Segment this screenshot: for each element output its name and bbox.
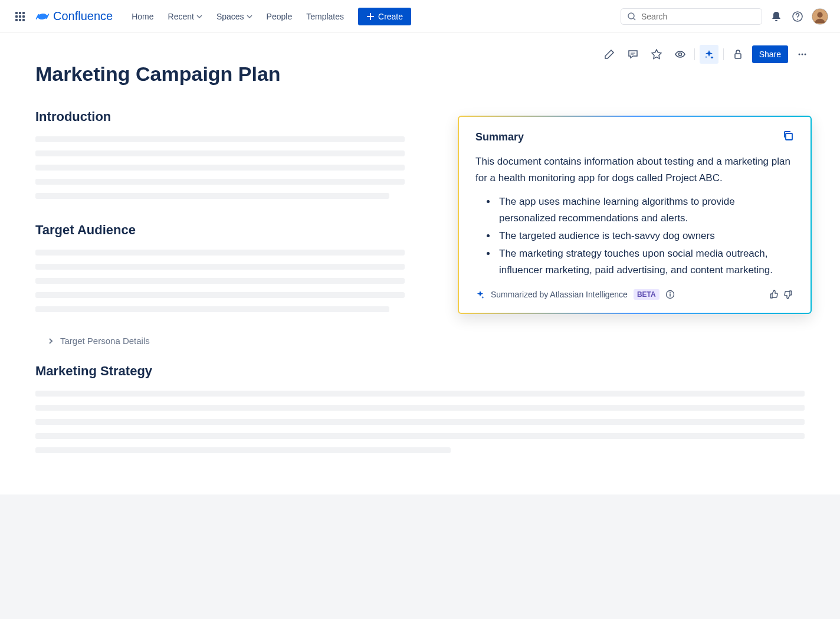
restrictions-icon[interactable] [729, 45, 747, 64]
search-box[interactable] [621, 8, 762, 25]
expand-target-persona[interactable]: Target Persona Details [35, 336, 805, 346]
comment-icon[interactable] [624, 45, 642, 64]
toolbar-divider [694, 48, 695, 60]
confluence-icon [35, 9, 50, 24]
search-icon [627, 12, 636, 21]
chevron-down-icon [196, 14, 202, 19]
star-icon[interactable] [647, 45, 666, 64]
strategy-content [35, 391, 805, 453]
edit-icon[interactable] [600, 45, 619, 64]
notifications-icon[interactable] [769, 9, 783, 24]
page-content: Share Marketing Campaign Plan Introducti… [0, 33, 840, 494]
brand-name: Confluence [53, 9, 113, 23]
summary-bullet: The marketing strategy touches upon soci… [497, 245, 794, 279]
chevron-right-icon [47, 338, 54, 345]
app-switcher-icon[interactable] [12, 8, 28, 25]
expand-label: Target Persona Details [60, 336, 150, 346]
summary-bullets: The app uses machine learning algorithms… [475, 194, 794, 279]
svg-rect-5 [735, 54, 741, 58]
svg-point-8 [805, 54, 806, 55]
summary-bullet: The app uses machine learning algorithms… [497, 194, 794, 227]
beta-badge: BETA [634, 289, 659, 300]
ai-icon[interactable] [700, 45, 718, 64]
search-input[interactable] [641, 12, 756, 21]
page-background [0, 494, 840, 619]
create-button[interactable]: Create [358, 8, 411, 25]
toolbar-divider [723, 48, 724, 60]
confluence-logo[interactable]: Confluence [35, 9, 113, 24]
ai-sparkle-icon [475, 290, 485, 299]
summary-footer: Summarized by Atlassian Intelligence BET… [475, 289, 794, 300]
svg-point-4 [678, 53, 681, 56]
summary-bullet: The targeted audience is tech-savvy dog … [497, 228, 794, 244]
summary-attribution: Summarized by Atlassian Intelligence [491, 290, 628, 299]
summary-title: Summary [475, 131, 524, 143]
svg-point-7 [802, 54, 803, 55]
nav-home[interactable]: Home [126, 8, 159, 25]
info-icon[interactable] [665, 290, 675, 299]
thumbs-down-icon[interactable] [783, 289, 794, 300]
svg-rect-9 [786, 133, 792, 140]
chevron-down-icon [247, 14, 252, 19]
more-icon[interactable] [793, 45, 812, 64]
svg-point-0 [628, 13, 634, 19]
nav-people[interactable]: People [261, 8, 298, 25]
nav-recent[interactable]: Recent [162, 8, 208, 25]
section-strategy-heading: Marketing Strategy [35, 363, 805, 379]
copy-icon[interactable] [782, 130, 794, 144]
user-avatar[interactable] [812, 8, 828, 25]
help-icon[interactable] [790, 9, 805, 24]
ai-summary-panel: Summary This document contains informati… [458, 116, 812, 314]
svg-point-3 [817, 12, 822, 17]
nav-spaces[interactable]: Spaces [211, 8, 258, 25]
summary-intro-text: This document contains information about… [475, 153, 794, 186]
nav-links: Home Recent Spaces People Templates Crea… [126, 8, 411, 25]
nav-templates[interactable]: Templates [300, 8, 350, 25]
svg-point-6 [799, 54, 800, 55]
thumbs-up-icon[interactable] [768, 289, 779, 300]
page-title: Marketing Campaign Plan [35, 63, 805, 86]
plus-icon [366, 12, 375, 21]
watch-icon[interactable] [671, 45, 690, 64]
summary-header: Summary [475, 130, 794, 144]
share-button[interactable]: Share [752, 45, 788, 63]
page-toolbar: Share [600, 45, 812, 64]
top-nav: Confluence Home Recent Spaces People Tem… [0, 0, 840, 33]
